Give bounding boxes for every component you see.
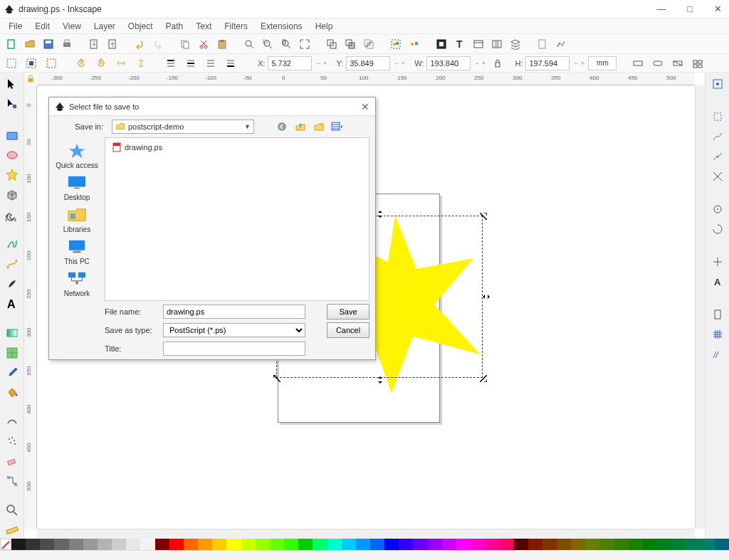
select-all-layers-button[interactable] bbox=[3, 55, 20, 72]
no-fill-swatch[interactable] bbox=[0, 539, 11, 550]
pencil-tool[interactable] bbox=[3, 236, 21, 253]
menu-edit[interactable]: Edit bbox=[29, 20, 56, 33]
swatch[interactable] bbox=[413, 539, 427, 550]
swatch[interactable] bbox=[155, 539, 169, 550]
snap-rotation[interactable] bbox=[708, 221, 727, 238]
swatch[interactable] bbox=[456, 539, 471, 550]
swatch[interactable] bbox=[614, 539, 629, 550]
paste-button[interactable] bbox=[214, 36, 231, 53]
menu-help[interactable]: Help bbox=[310, 20, 339, 33]
snap-path[interactable] bbox=[708, 148, 727, 165]
swatch[interactable] bbox=[701, 539, 715, 550]
handle-ne[interactable] bbox=[480, 213, 487, 220]
doc-props-button[interactable] bbox=[552, 36, 570, 53]
lower-button[interactable] bbox=[202, 55, 219, 72]
swatch[interactable] bbox=[327, 539, 341, 550]
save-button[interactable] bbox=[40, 36, 57, 53]
vertical-scrollbar[interactable] bbox=[695, 85, 705, 529]
place-thispc[interactable]: This PC bbox=[52, 238, 102, 265]
snap-guide[interactable]: // bbox=[708, 346, 727, 363]
ruler-lock-icon[interactable] bbox=[25, 73, 36, 85]
swatch[interactable] bbox=[384, 539, 399, 550]
zoom-tool[interactable] bbox=[3, 502, 21, 519]
swatch[interactable] bbox=[298, 539, 313, 550]
dialog-close-button[interactable]: ✕ bbox=[361, 101, 369, 112]
w-field[interactable]: 193.840 bbox=[426, 56, 471, 70]
swatch[interactable] bbox=[40, 539, 54, 550]
view-menu-button[interactable] bbox=[331, 120, 344, 133]
window-close[interactable]: ✕ bbox=[711, 2, 725, 16]
handle-e[interactable] bbox=[483, 293, 490, 300]
x-spinner[interactable]: −+ bbox=[315, 60, 327, 67]
swatch[interactable] bbox=[342, 539, 356, 550]
import-button[interactable] bbox=[85, 36, 103, 53]
menu-path[interactable]: Path bbox=[160, 20, 189, 33]
file-item[interactable]: drawing.ps bbox=[108, 141, 166, 154]
swatch[interactable] bbox=[11, 539, 26, 550]
menu-extensions[interactable]: Extensions bbox=[255, 20, 308, 33]
place-libraries[interactable]: Libraries bbox=[52, 206, 102, 233]
swatch[interactable] bbox=[513, 539, 528, 550]
snap-bbox[interactable] bbox=[708, 108, 727, 125]
bucket-tool[interactable] bbox=[3, 384, 21, 401]
swatch[interactable] bbox=[226, 539, 241, 550]
swatch[interactable] bbox=[241, 539, 256, 550]
swatch[interactable] bbox=[599, 539, 614, 550]
lower-bottom-button[interactable] bbox=[222, 55, 239, 72]
dialog-cancel-button[interactable]: Cancel bbox=[327, 322, 369, 338]
snap-text[interactable]: A bbox=[708, 273, 727, 290]
prefs-button[interactable] bbox=[534, 36, 551, 53]
color-palette[interactable] bbox=[0, 539, 729, 550]
menu-text[interactable]: Text bbox=[190, 20, 217, 33]
swatch[interactable] bbox=[184, 539, 198, 550]
swatch[interactable] bbox=[313, 539, 327, 550]
select-all-button[interactable] bbox=[23, 55, 40, 72]
menu-file[interactable]: File bbox=[3, 20, 28, 33]
ruler-vertical[interactable]: 050100150200250300350400450500 bbox=[24, 85, 37, 529]
x-field[interactable]: 5.732 bbox=[268, 56, 312, 70]
export-button[interactable] bbox=[104, 36, 121, 53]
mesh-tool[interactable] bbox=[3, 344, 21, 361]
3dbox-tool[interactable] bbox=[3, 186, 21, 204]
swatch[interactable] bbox=[26, 539, 40, 550]
place-network[interactable]: Network bbox=[52, 270, 102, 297]
handle-n[interactable] bbox=[377, 211, 384, 218]
swatch[interactable] bbox=[98, 539, 112, 550]
snap-page[interactable] bbox=[708, 306, 727, 323]
flip-h-button[interactable] bbox=[112, 55, 130, 72]
swatch[interactable] bbox=[485, 539, 499, 550]
menu-layer[interactable]: Layer bbox=[88, 20, 121, 33]
swatch[interactable] bbox=[585, 539, 599, 550]
h-spinner[interactable]: −+ bbox=[572, 60, 585, 67]
spray-tool[interactable] bbox=[3, 433, 21, 450]
swatch[interactable] bbox=[671, 539, 686, 550]
swatch[interactable] bbox=[83, 539, 98, 550]
deselect-button[interactable] bbox=[43, 55, 60, 72]
duplicate-button[interactable] bbox=[323, 36, 340, 53]
w-spinner[interactable]: −+ bbox=[473, 60, 486, 67]
ellipse-tool[interactable] bbox=[3, 147, 21, 164]
affect-pattern-button[interactable] bbox=[689, 55, 706, 72]
swatch[interactable] bbox=[69, 539, 83, 550]
y-field[interactable]: 35.849 bbox=[346, 56, 390, 70]
affect-grad-button[interactable] bbox=[669, 55, 686, 72]
swatch[interactable] bbox=[169, 539, 184, 550]
snap-toggle[interactable] bbox=[708, 75, 727, 93]
dialog-save-button[interactable]: Save bbox=[327, 304, 369, 319]
handle-s[interactable] bbox=[377, 376, 384, 384]
node-tool[interactable] bbox=[3, 95, 21, 112]
lock-ratio-button[interactable] bbox=[489, 55, 506, 72]
nav-back-button[interactable] bbox=[276, 120, 288, 133]
clone-button[interactable] bbox=[342, 36, 359, 53]
bezier-tool[interactable] bbox=[3, 255, 21, 273]
swatch[interactable] bbox=[212, 539, 226, 550]
flip-v-button[interactable] bbox=[132, 55, 150, 72]
h-field[interactable]: 197.594 bbox=[525, 56, 570, 70]
rotate-cw-button[interactable] bbox=[93, 55, 110, 72]
cut-button[interactable] bbox=[195, 36, 212, 53]
group-button[interactable] bbox=[387, 36, 404, 53]
zoom-draw-button[interactable] bbox=[259, 36, 276, 53]
measure-tool[interactable] bbox=[3, 522, 21, 539]
dropper-tool[interactable] bbox=[3, 364, 21, 381]
new-folder-button[interactable] bbox=[313, 120, 325, 133]
